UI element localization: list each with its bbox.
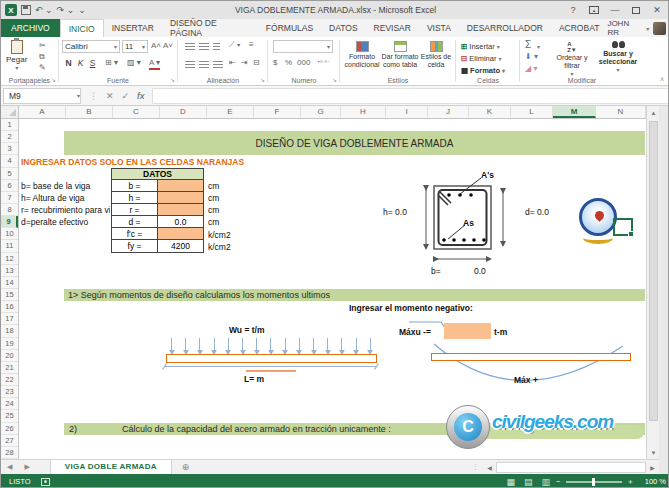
row-header-19[interactable]: 19 (1, 338, 18, 350)
select-all-corner[interactable] (1, 106, 19, 119)
row-header-13[interactable]: 13 (1, 265, 18, 277)
restore-button[interactable] (627, 3, 645, 17)
row-header-20[interactable]: 20 (1, 350, 18, 362)
column-header-G[interactable]: G (301, 106, 341, 118)
row-header-21[interactable]: 21 (1, 362, 18, 374)
delete-cells-button[interactable]: ⊟ Eliminar▾ (461, 52, 501, 64)
format-as-table-button[interactable]: Dar formato como tabla (381, 41, 419, 69)
column-header-H[interactable]: H (341, 106, 386, 118)
datos-value[interactable]: 0.0 (158, 216, 203, 228)
row-header-27[interactable]: 27 (1, 435, 18, 447)
insert-function-icon[interactable]: fx (137, 90, 144, 101)
cancel-formula-icon[interactable]: ✕ (106, 91, 114, 101)
cell-styles-button[interactable]: Estilos de celda (419, 41, 453, 69)
datos-label[interactable]: h = (112, 192, 158, 204)
dialog-launcher-icon[interactable]: ↘ (332, 76, 337, 83)
zoom-in-icon[interactable]: ＋ (627, 477, 635, 487)
row-header-4[interactable]: 4 (1, 155, 18, 167)
align-top-icon[interactable] (185, 43, 195, 50)
row-header-26[interactable]: 26 (1, 423, 18, 435)
fill-color-icon[interactable]: ▨ ▾ (127, 58, 141, 68)
undo-icon[interactable]: ↶ ⌄ (35, 5, 53, 15)
align-left-icon[interactable] (185, 61, 195, 68)
datos-value[interactable]: 4200 (158, 240, 203, 252)
tab-desarrollador[interactable]: DESARROLLADOR (459, 19, 551, 37)
shrink-font-icon[interactable]: A˅ (163, 41, 173, 51)
datos-label[interactable]: fy = (112, 240, 158, 252)
wrap-text-icon[interactable]: ≡ (249, 40, 254, 50)
help-button[interactable]: ? (564, 3, 582, 17)
tab-archivo[interactable]: ARCHIVO (1, 19, 60, 37)
fill-icon[interactable]: ⬇ ▾ (525, 52, 538, 62)
page-break-view-icon[interactable]: ▥ (542, 477, 551, 487)
conditional-format-button[interactable]: Formato condicional (343, 41, 381, 69)
row-header-16[interactable]: 16 (1, 301, 18, 313)
row-header-7[interactable]: 7 (1, 192, 18, 204)
account-area[interactable]: JOHN RR ▾ (607, 19, 669, 37)
datos-label[interactable]: r = (112, 204, 158, 216)
row-header-22[interactable]: 22 (1, 374, 18, 386)
tab-acrobat[interactable]: ACROBAT (551, 19, 607, 37)
font-color-icon[interactable]: A ▾ (149, 58, 160, 70)
row-header-18[interactable]: 18 (1, 325, 18, 337)
enter-formula-icon[interactable]: ✓ (122, 91, 130, 101)
row-header-25[interactable]: 25 (1, 410, 18, 422)
close-button[interactable]: ✕ (648, 3, 666, 17)
column-header-A[interactable]: A (19, 106, 66, 118)
accounting-format-icon[interactable]: $ (273, 58, 277, 68)
minimize-button[interactable]: — (606, 3, 624, 17)
row-header-17[interactable]: 17 (1, 313, 18, 325)
horizontal-scroll-thumb[interactable] (496, 462, 646, 473)
new-sheet-icon[interactable]: ⊕ (172, 462, 200, 472)
column-header-M[interactable]: M (553, 106, 596, 118)
borders-icon[interactable]: ⊞ ▾ (105, 58, 118, 68)
qat-customize-icon[interactable]: ⌄ (78, 5, 86, 15)
page-layout-view-icon[interactable]: ▤ (524, 477, 533, 487)
column-header-C[interactable]: C (113, 106, 160, 118)
macro-record-icon[interactable] (41, 478, 50, 486)
row-header-6[interactable]: 6 (1, 180, 18, 192)
column-header-J[interactable]: J (428, 106, 469, 118)
collapse-ribbon-icon[interactable]: ˄ (660, 76, 664, 83)
row-header-14[interactable]: 14 (1, 277, 18, 289)
row-header-23[interactable]: 23 (1, 386, 18, 398)
zoom-level[interactable]: 100 % (640, 477, 669, 486)
merge-center-icon[interactable]: ⊟ (253, 58, 260, 68)
horizontal-scrollbar[interactable]: ⋮ ◀ ▶ (468, 460, 659, 475)
tab-insertar[interactable]: INSERTAR (104, 19, 162, 37)
decimal-icons[interactable]: ⁺⁰ ⁰⁻ (317, 58, 330, 68)
number-format-select[interactable]: ▾ (273, 40, 333, 53)
cut-icon[interactable]: ✂ (39, 41, 46, 51)
row-header-11[interactable]: 11 (1, 240, 18, 252)
dialog-launcher-icon[interactable]: ↘ (170, 76, 175, 83)
row-header-24[interactable]: 24 (1, 398, 18, 410)
row-header-10[interactable]: 10 (1, 228, 18, 240)
tab-revisar[interactable]: REVISAR (366, 19, 419, 37)
tab-inicio[interactable]: INICIO (60, 19, 104, 37)
autosum-icon[interactable]: Σ (525, 40, 531, 50)
align-bottom-icon[interactable] (213, 43, 220, 50)
format-cells-button[interactable]: ▦ Formato▾ (461, 64, 505, 76)
grow-font-icon[interactable]: A˄ (151, 41, 161, 51)
datos-value[interactable] (158, 192, 203, 204)
sheet-area[interactable]: DISEÑO DE VIGA DOBLEMENTE ARMADA INGRESA… (19, 119, 646, 459)
bold-button[interactable]: N (63, 58, 74, 68)
font-name-select[interactable]: Calibri▾ (62, 40, 120, 53)
datos-value[interactable] (158, 204, 203, 216)
excel-app-icon[interactable]: X (5, 4, 17, 16)
name-box[interactable]: M9 ▾ (3, 88, 81, 104)
scrollbar-splitter[interactable]: ⋮ (468, 463, 483, 471)
row-header-3[interactable]: 3 (1, 143, 18, 155)
normal-view-icon[interactable]: ▦ (507, 477, 516, 487)
max-neg-input-cell[interactable] (444, 323, 491, 339)
column-header-L[interactable]: L (511, 106, 553, 118)
increase-indent-icon[interactable]: ⇥ (241, 58, 248, 68)
tab-datos[interactable]: DATOS (321, 19, 366, 37)
row-header-9[interactable]: 9 (1, 216, 18, 228)
row-header-5[interactable]: 5 (1, 168, 18, 180)
datos-value[interactable] (158, 180, 203, 192)
sheet-next-icon[interactable]: ▶ (18, 463, 35, 471)
decrease-indent-icon[interactable]: ⇤ (229, 58, 236, 68)
align-right-icon[interactable] (213, 61, 223, 68)
row-header-2[interactable]: 2 (1, 131, 18, 143)
